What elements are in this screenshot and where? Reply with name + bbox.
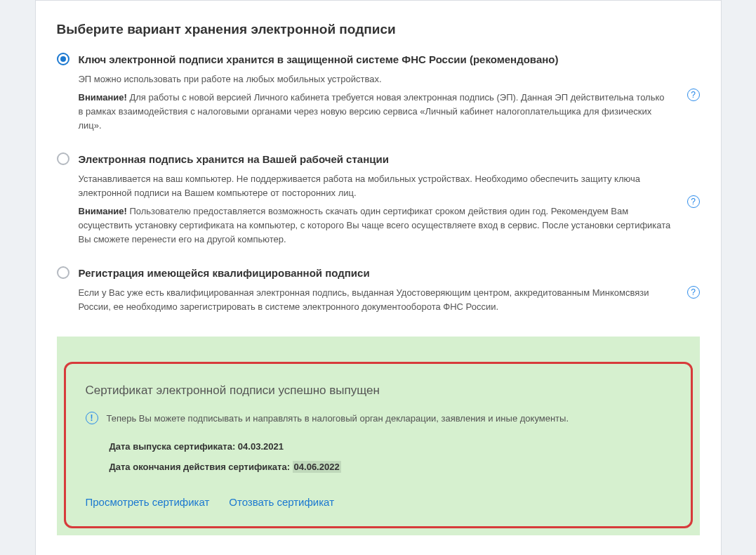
option-desc: Устанавливается на ваш компьютер. Не под… xyxy=(79,172,672,200)
view-certificate-link[interactable]: Просмотреть сертификат xyxy=(86,496,210,508)
help-icon[interactable]: ? xyxy=(687,195,700,208)
option-title: Электронная подпись хранится на Вашей ра… xyxy=(79,152,672,166)
expiry-date: 04.06.2022 xyxy=(293,461,341,473)
issue-date-line: Дата выпуска сертификата: 04.03.2021 xyxy=(110,441,671,452)
option-desc: Если у Вас уже есть квалифицированная эл… xyxy=(79,286,672,314)
option-existing-signature: Регистрация имеющейся квалифицированной … xyxy=(57,266,700,318)
action-links: Просмотреть сертификат Отозвать сертифик… xyxy=(86,496,671,508)
warning-label: Внимание! xyxy=(79,206,127,216)
page-title: Выберите вариант хранения электронной по… xyxy=(57,22,700,37)
warning-label: Внимание! xyxy=(79,92,127,103)
radio-local-storage[interactable] xyxy=(57,152,69,165)
option-title: Регистрация имеющейся квалифицированной … xyxy=(79,266,672,280)
main-panel: Выберите вариант хранения электронной по… xyxy=(35,0,722,555)
success-bg: Сертификат электронной подписи успешно в… xyxy=(57,337,700,535)
radio-fns-storage[interactable] xyxy=(57,53,69,65)
warning-text: Пользователю предоставляется возможность… xyxy=(79,206,671,244)
success-title: Сертификат электронной подписи успешно в… xyxy=(86,384,671,398)
expiry-label: Дата окончания действия сертификата: xyxy=(110,462,293,472)
option-desc: ЭП можно использовать при работе на любы… xyxy=(79,72,672,86)
revoke-certificate-link[interactable]: Отозвать сертификат xyxy=(229,496,334,508)
help-icon[interactable]: ? xyxy=(687,89,700,101)
help-icon[interactable]: ? xyxy=(687,286,700,299)
issue-date: 04.03.2021 xyxy=(238,441,284,452)
info-text: Теперь Вы можете подписывать и направлят… xyxy=(107,413,569,424)
option-warning: Внимание! Пользователю предоставляется в… xyxy=(79,204,672,247)
info-row: ! Теперь Вы можете подписывать и направл… xyxy=(86,412,671,424)
success-wrapper: Сертификат электронной подписи успешно в… xyxy=(57,337,700,535)
warning-text: Для работы с новой версией Личного кабин… xyxy=(79,92,665,131)
info-icon: ! xyxy=(86,412,98,424)
radio-existing-signature[interactable] xyxy=(57,266,69,279)
cert-dates: Дата выпуска сертификата: 04.03.2021 Дат… xyxy=(86,441,671,472)
option-local-storage: Электронная подпись хранится на Вашей ра… xyxy=(57,152,700,251)
option-fns-storage: Ключ электронной подписи хранится в защи… xyxy=(57,53,700,137)
expiry-date-line: Дата окончания действия сертификата: 04.… xyxy=(110,462,671,472)
option-title: Ключ электронной подписи хранится в защи… xyxy=(79,53,672,67)
success-box: Сертификат электронной подписи успешно в… xyxy=(64,362,693,528)
option-warning: Внимание! Для работы с новой версией Лич… xyxy=(79,91,672,133)
issue-label: Дата выпуска сертификата: xyxy=(110,441,238,452)
